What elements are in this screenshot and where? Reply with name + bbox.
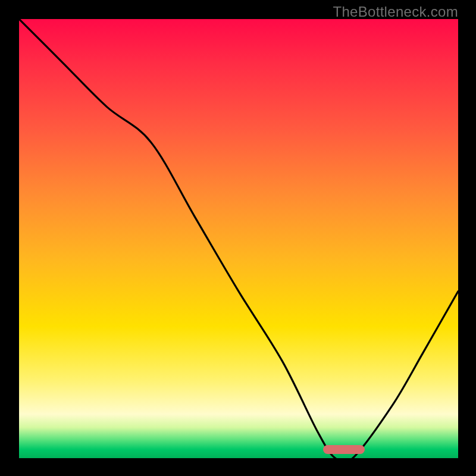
valley-marker-pill bbox=[323, 445, 365, 454]
chart-background-gradient bbox=[19, 19, 458, 458]
chart-plot-area bbox=[19, 19, 458, 458]
watermark-text: TheBottleneck.com bbox=[333, 4, 458, 20]
